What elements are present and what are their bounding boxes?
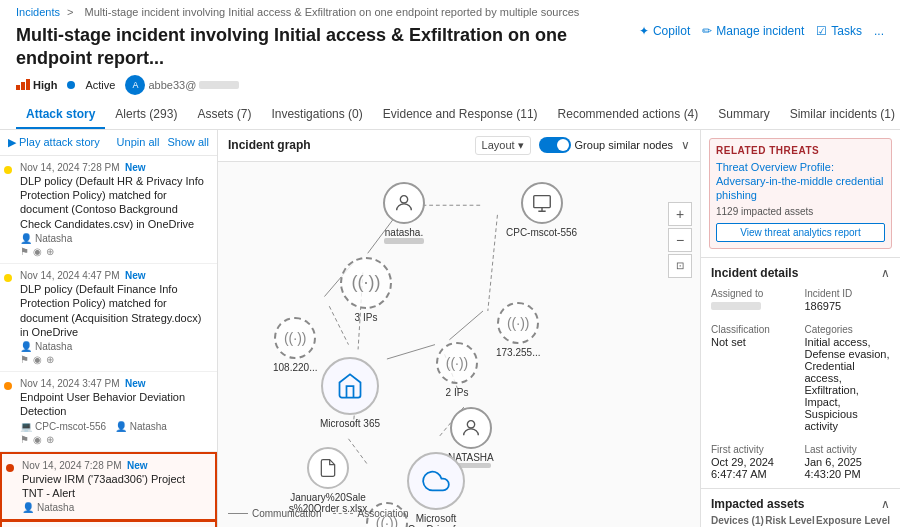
impacted-assets-chevron: ∧ [881, 497, 890, 511]
node-3ips[interactable]: ((·)) 3 IPs [340, 257, 392, 323]
more-label: ... [874, 24, 884, 38]
last-activity-value: Jan 6, 2025 4:43:20 PM [805, 456, 891, 480]
list-item[interactable]: Nov 14, 2024 7:28 PM New Purview IRM ('7… [0, 452, 217, 522]
incident-time: Nov 14, 2024 4:47 PM New [20, 270, 209, 281]
assets-columns: Devices (1) Risk Level Exposure Level [701, 515, 900, 527]
node-ms365[interactable]: Microsoft 365 [320, 357, 380, 429]
incident-title: DLP policy (Default HR & Privacy Info Pr… [20, 174, 209, 231]
first-activity-value: Oct 29, 2024 6:47:47 AM [711, 456, 797, 480]
tab-summary[interactable]: Summary [708, 101, 779, 129]
graph-zoom-controls: + − ⊡ [668, 202, 692, 278]
show-all-button[interactable]: Show all [167, 136, 209, 148]
node-108[interactable]: ((·)) 108.220... [273, 317, 317, 373]
layout-button[interactable]: Layout ▾ [475, 136, 531, 155]
col-devices: Devices (1) [711, 515, 764, 526]
incident-time: Nov 14, 2024 3:47 PM New [20, 378, 209, 389]
incident-list: Nov 14, 2024 7:28 PM New DLP policy (Def… [0, 156, 217, 527]
legend-dashed-line [333, 513, 353, 514]
user-icon: 👤 [20, 233, 32, 244]
legend-line [228, 513, 248, 514]
node-ms365-label: Microsoft 365 [320, 418, 380, 429]
incident-id-item: Incident ID 186975 [805, 288, 891, 312]
zoom-out-button[interactable]: − [668, 228, 692, 252]
incident-id-value: 186975 [805, 300, 891, 312]
node-2ips[interactable]: ((·)) 2 IPs [436, 342, 478, 398]
tab-assets[interactable]: Assets (7) [187, 101, 261, 129]
incident-details-chevron: ∧ [881, 266, 890, 280]
node-natasha[interactable]: natasha. [383, 182, 425, 244]
tab-evidence[interactable]: Evidence and Response (11) [373, 101, 548, 129]
svg-line-6 [449, 311, 483, 340]
group-nodes-label: Group similar nodes [575, 139, 673, 151]
node-173-label: 173.255... [496, 347, 540, 358]
tab-similar[interactable]: Similar incidents (1) [780, 101, 900, 129]
breadcrumb-parent[interactable]: Incidents [16, 6, 60, 18]
tasks-label: Tasks [831, 24, 862, 38]
svg-line-11 [488, 215, 498, 311]
first-activity-item: First activity Oct 29, 2024 6:47:47 AM [711, 444, 797, 480]
severity-dot [6, 464, 14, 472]
play-attack-story-button[interactable]: ▶ Play attack story [8, 136, 100, 149]
legend-communication-label: Communication [252, 508, 321, 519]
unpin-all-button[interactable]: Unpin all [117, 136, 160, 148]
more-button[interactable]: ... [874, 24, 884, 38]
col-risk: Risk Level [765, 515, 814, 526]
zoom-reset-button[interactable]: ⊡ [668, 254, 692, 278]
graph-title: Incident graph [228, 138, 311, 152]
header-actions: ✦ Copilot ✏ Manage incident ☑ Tasks ... [639, 24, 884, 38]
user-info: A abbe33@ [125, 75, 239, 95]
last-activity-item: Last activity Jan 6, 2025 4:43:20 PM [805, 444, 891, 480]
zoom-in-button[interactable]: + [668, 202, 692, 226]
new-badge: New [125, 162, 146, 173]
avatar: A [125, 75, 145, 95]
tab-attack-story[interactable]: Attack story [16, 101, 105, 129]
view-threat-analytics-button[interactable]: View threat analytics report [716, 223, 885, 242]
graph-expand-icon[interactable]: ∨ [681, 138, 690, 152]
status-dot [67, 81, 75, 89]
assigned-to-value[interactable] [711, 300, 797, 312]
incident-details-header[interactable]: Incident details ∧ [701, 258, 900, 284]
action-icon-1: ⚑ [20, 354, 29, 365]
graph-controls: Layout ▾ Group similar nodes ∨ [475, 136, 690, 155]
node-natasha-blur [384, 238, 424, 244]
node-108-label: 108.220... [273, 362, 317, 373]
action-icon-1: ⚑ [20, 246, 29, 257]
svg-line-5 [387, 344, 435, 358]
copilot-button[interactable]: ✦ Copilot [639, 24, 690, 38]
tab-alerts[interactable]: Alerts (293) [105, 101, 187, 129]
node-2ips-label: 2 IPs [446, 387, 469, 398]
incident-content: Nov 14, 2024 3:47 PM New Endpoint User B… [8, 378, 209, 445]
svg-rect-13 [533, 195, 550, 207]
list-item[interactable]: Nov 14, 2024 4:47 PM New DLP policy (Def… [0, 264, 217, 372]
incident-title: DLP policy (Default Finance Info Protect… [20, 282, 209, 339]
tab-recommended[interactable]: Recommended actions (4) [548, 101, 709, 129]
new-badge: New [127, 460, 148, 471]
username-blur [199, 81, 239, 89]
list-item[interactable]: Nov 14, 2024 7:28 PM New DLP policy (Def… [0, 156, 217, 264]
related-threats-title: RELATED THREATS [716, 145, 885, 156]
user-icon: 👤 [115, 421, 127, 432]
node-173[interactable]: ((·)) 173.255... [496, 302, 540, 358]
list-item[interactable]: Nov 14, 2024 3:47 PM New Endpoint User B… [0, 372, 217, 452]
node-cpc[interactable]: CPC-mscot-556 [506, 182, 577, 238]
group-nodes-toggle[interactable] [539, 137, 571, 153]
legend-communication: Communication [228, 508, 321, 519]
user-icon: 👤 [22, 502, 34, 513]
breadcrumb-separator: > [67, 6, 73, 18]
manage-incident-button[interactable]: ✏ Manage incident [702, 24, 804, 38]
impacted-assets-header[interactable]: Impacted assets ∧ [701, 489, 900, 515]
list-item[interactable]: Nov 14, 2024 7:33 PM Resolved Purview IR… [0, 520, 217, 527]
left-panel-actions: Unpin all Show all [117, 136, 209, 148]
classification-value: Not set [711, 336, 797, 348]
username: abbe33@ [148, 79, 196, 91]
svg-point-12 [400, 195, 407, 202]
edit-icon: ✏ [702, 24, 712, 38]
incident-user: 👤 Natasha [20, 233, 209, 244]
incident-list-panel: ▶ Play attack story Unpin all Show all N… [0, 130, 218, 527]
tasks-button[interactable]: ☑ Tasks [816, 24, 862, 38]
tab-investigations[interactable]: Investigations (0) [261, 101, 372, 129]
node-jan-file[interactable]: January%20Sales%20Order s.xlsx [288, 447, 368, 514]
incident-id-label: Incident ID [805, 288, 891, 299]
threat-name[interactable]: Threat Overview Profile: Adversary-in-th… [716, 160, 885, 203]
incident-actions: ⚑ ◉ ⊕ [20, 434, 209, 445]
